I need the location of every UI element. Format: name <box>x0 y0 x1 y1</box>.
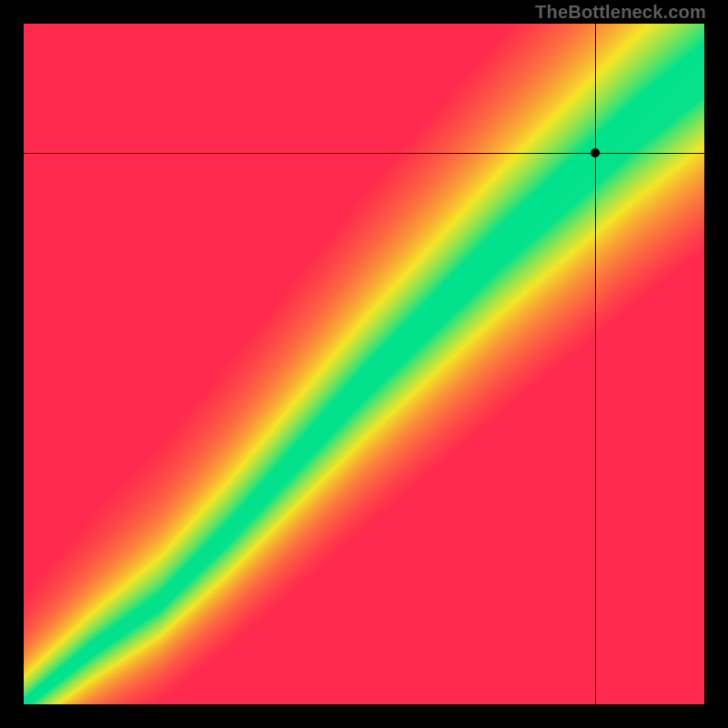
chart-frame: TheBottleneck.com <box>0 0 728 728</box>
marker-dot <box>591 148 600 157</box>
heatmap-canvas <box>24 24 704 704</box>
heatmap-plot <box>24 24 704 704</box>
crosshair-horizontal <box>24 153 704 154</box>
crosshair-vertical <box>595 24 596 704</box>
watermark-text: TheBottleneck.com <box>535 2 706 23</box>
